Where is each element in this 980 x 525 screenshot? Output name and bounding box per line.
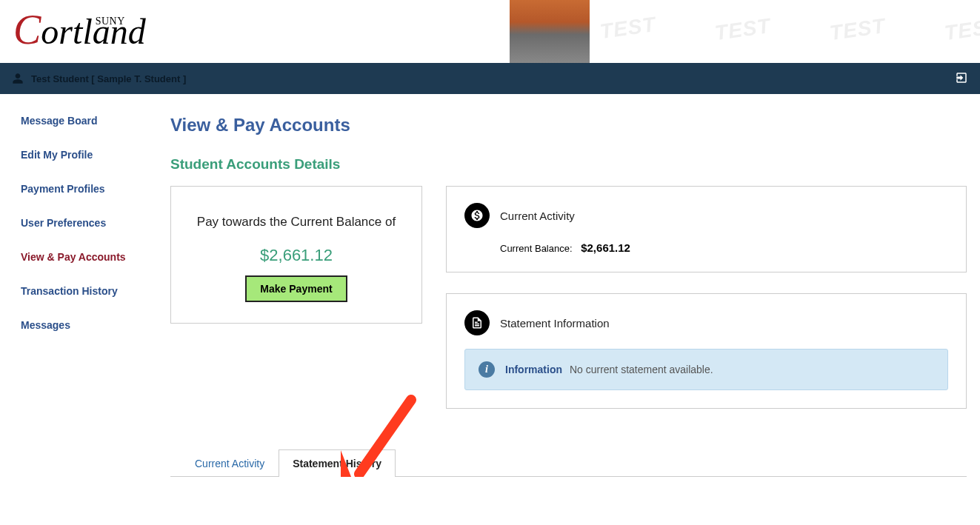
user-bar: Test Student [ Sample T. Student ]: [0, 63, 980, 94]
info-icon: i: [479, 361, 495, 378]
user-name: Test Student [ Sample T. Student ]: [31, 73, 186, 84]
dollar-icon: [464, 203, 490, 228]
logo-suny: SUNY: [96, 16, 125, 27]
sub-title: Student Accounts Details: [170, 156, 967, 173]
alert-message: No current statement available.: [570, 364, 713, 375]
pay-card: Pay towards the Current Balance of $2,66…: [170, 186, 422, 324]
balance-label: Current Balance:: [500, 243, 573, 254]
user-icon: [12, 73, 24, 84]
watermark: TEST: [599, 13, 657, 44]
banner-photo: [510, 0, 590, 63]
watermark: TEST: [713, 14, 772, 45]
activity-title: Current Activity: [500, 210, 575, 222]
sidebar-item-transaction-history[interactable]: Transaction History: [21, 285, 170, 297]
logo: CortlandSUNY: [13, 6, 176, 53]
statement-title: Statement Information: [500, 317, 610, 330]
sidebar-item-messages[interactable]: Messages: [21, 319, 170, 331]
pay-label: Pay towards the Current Balance of: [186, 215, 407, 230]
document-icon: [464, 310, 490, 335]
logo-c: C: [13, 7, 41, 53]
main-content: View & Pay Accounts Student Accounts Det…: [170, 115, 980, 477]
tabs: Current Activity Statement History: [170, 449, 967, 477]
statement-card: Statement Information i Information No c…: [446, 293, 967, 409]
sidebar: Message Board Edit My Profile Payment Pr…: [0, 115, 170, 353]
sidebar-item-message-board[interactable]: Message Board: [21, 115, 170, 127]
watermark: TEST: [828, 14, 887, 45]
sidebar-item-view-pay[interactable]: View & Pay Accounts: [21, 251, 170, 263]
current-activity-card: Current Activity Current Balance: $2,661…: [446, 186, 967, 272]
sidebar-item-payment-profiles[interactable]: Payment Profiles: [21, 183, 170, 195]
logo-text: ortland: [41, 12, 145, 51]
page-title: View & Pay Accounts: [170, 115, 967, 136]
pay-amount: $2,661.12: [186, 246, 407, 265]
tab-current-activity[interactable]: Current Activity: [181, 449, 279, 477]
balance-value: $2,661.12: [581, 241, 630, 254]
tab-statement-history[interactable]: Statement History: [279, 449, 396, 477]
make-payment-button[interactable]: Make Payment: [245, 275, 347, 302]
top-banner: CortlandSUNY TEST TEST TEST TEST: [0, 0, 980, 63]
sidebar-item-edit-profile[interactable]: Edit My Profile: [21, 149, 170, 161]
logout-icon[interactable]: [955, 71, 968, 84]
sidebar-item-user-preferences[interactable]: User Preferences: [21, 217, 170, 229]
watermark: TEST: [943, 14, 980, 45]
info-alert: i Information No current statement avail…: [464, 349, 948, 390]
alert-title: Information: [505, 364, 562, 375]
